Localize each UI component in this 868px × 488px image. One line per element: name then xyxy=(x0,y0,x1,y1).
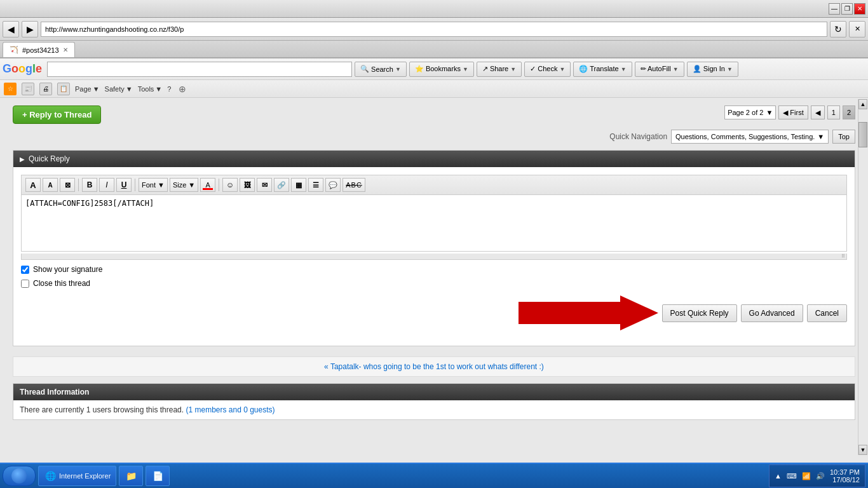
color-button[interactable]: A xyxy=(200,178,215,192)
table-button[interactable]: ▦ xyxy=(291,178,306,192)
scroll-up-button[interactable]: ▲ xyxy=(858,99,867,109)
first-page-button[interactable]: ◀ First xyxy=(778,105,808,119)
quick-nav-row: Quick Navigation Questions, Comments, Su… xyxy=(13,130,855,144)
google-search-input[interactable] xyxy=(47,62,352,77)
close-thread-label[interactable]: Close this thread xyxy=(33,279,90,288)
safety-menu[interactable]: Safety ▼ xyxy=(105,85,133,93)
top-header-row: + Reply to Thread Page 2 of 2 ▼ ◀ First … xyxy=(13,105,855,125)
quote-button[interactable]: 💬 xyxy=(325,178,341,192)
thread-info-text: There are currently 1 users browsing thi… xyxy=(20,405,184,414)
doc-icon: 📄 xyxy=(151,470,164,482)
close-thread-row: Close this thread xyxy=(21,279,847,288)
show-signature-label[interactable]: Show your signature xyxy=(33,265,102,274)
sign-in-button[interactable]: 👤 Sign In ▼ xyxy=(687,62,738,77)
browser-titlebar: — ❐ ✕ xyxy=(0,0,868,18)
nav-link-row: « Tapatalk- whos going to be the 1st to … xyxy=(13,356,855,377)
close-button[interactable]: ✕ xyxy=(854,3,865,15)
google-search-button[interactable]: 🔍 Search ▼ xyxy=(355,62,407,77)
page-2-button[interactable]: 2 xyxy=(843,105,855,119)
stop-button[interactable]: ✕ xyxy=(849,21,865,37)
strikethrough-button[interactable]: ABC xyxy=(342,178,365,192)
address-bar[interactable] xyxy=(41,22,827,37)
action-buttons-row: Post Quick Reply Go Advanced Cancel xyxy=(21,295,847,330)
email-button[interactable]: ✉ xyxy=(257,178,272,192)
top-button[interactable]: Top xyxy=(832,130,855,144)
taskbar-time: 10:37 PM xyxy=(830,468,860,476)
network-icon: 📶 xyxy=(802,472,811,480)
right-scrollbar[interactable]: ▲ ▼ xyxy=(858,99,868,455)
pagination-area: Page 2 of 2 ▼ ◀ First ◀ 1 2 xyxy=(724,105,855,119)
font-size-increase-button[interactable]: A xyxy=(25,178,41,192)
check-button[interactable]: ✓ Check ▼ xyxy=(524,62,571,77)
color-underline xyxy=(203,188,213,190)
taskbar: 🌐 Internet Explorer 📁 📄 ▲ ⌨ 📶 🔊 10:37 PM… xyxy=(0,463,868,488)
font-size-decrease-button[interactable]: A xyxy=(43,178,58,192)
image-button[interactable]: 🖼 xyxy=(240,178,255,192)
page-dropdown-label: Page 2 of 2 xyxy=(728,109,763,116)
thread-info-detail: (1 members and 0 guests) xyxy=(186,405,275,414)
tapatalk-link[interactable]: « Tapatalk- whos going to be the 1st to … xyxy=(324,362,544,371)
keyboard-icon: ⌨ xyxy=(787,472,797,480)
bold-button[interactable]: B xyxy=(82,178,97,192)
go-advanced-button[interactable]: Go Advanced xyxy=(741,304,803,322)
post-quick-reply-button[interactable]: Post Quick Reply xyxy=(662,304,737,322)
start-button[interactable] xyxy=(3,466,36,486)
page-dropdown[interactable]: Page 2 of 2 ▼ xyxy=(724,105,776,119)
quick-nav-dropdown[interactable]: Questions, Comments, Suggestions, Testin… xyxy=(671,130,829,144)
show-signature-checkbox[interactable] xyxy=(21,266,29,274)
scrollbar-track[interactable] xyxy=(858,109,868,445)
editor-toolbar: A A ⊠ B I U Font ▼ Size ▼ A xyxy=(21,175,847,194)
page-menu[interactable]: Page ▼ xyxy=(75,85,100,93)
scroll-down-button[interactable]: ▼ xyxy=(858,445,867,455)
ie-icon: 🌐 xyxy=(44,470,57,482)
page-1-button[interactable]: 1 xyxy=(827,105,840,119)
cancel-button[interactable]: Cancel xyxy=(807,304,847,322)
ie-toolbar-icon5: ⊕ xyxy=(176,83,189,95)
page-content: + Reply to Thread Page 2 of 2 ▼ ◀ First … xyxy=(0,98,868,463)
format-clear-button[interactable]: ⊠ xyxy=(60,178,75,192)
italic-button[interactable]: I xyxy=(99,178,114,192)
titlebar-buttons: — ❐ ✕ xyxy=(829,3,865,15)
forward-button[interactable]: ▶ xyxy=(22,21,38,37)
font-dropdown-arrow: ▼ xyxy=(158,181,165,189)
taskbar-item-ie[interactable]: 🌐 Internet Explorer xyxy=(38,466,116,486)
back-button[interactable]: ◀ xyxy=(3,21,19,37)
scrollbar-thumb[interactable] xyxy=(858,122,867,147)
bookmarks-button[interactable]: ⭐ Bookmarks ▼ xyxy=(409,62,474,77)
taskbar-show-hidden-icon[interactable]: ▲ xyxy=(775,472,782,480)
tools-menu[interactable]: Tools ▼ xyxy=(138,85,163,93)
underline-button[interactable]: U xyxy=(116,178,132,192)
search-dropdown-arrow: ▼ xyxy=(395,66,401,72)
svg-marker-0 xyxy=(519,295,658,330)
autofill-button[interactable]: ✏ AutoFill ▼ xyxy=(635,62,684,77)
close-thread-checkbox[interactable] xyxy=(21,280,29,288)
volume-icon: 🔊 xyxy=(816,472,825,480)
reply-to-thread-button[interactable]: + Reply to Thread xyxy=(13,105,101,124)
restore-button[interactable]: ❐ xyxy=(841,3,853,15)
size-dropdown-arrow: ▼ xyxy=(188,181,195,189)
link-button[interactable]: 🔗 xyxy=(274,178,289,192)
browser-navbar: ◀ ▶ ↻ ✕ xyxy=(0,18,868,41)
refresh-button[interactable]: ↻ xyxy=(830,21,846,37)
editor-resize-handle[interactable]: ⠿ xyxy=(21,254,847,260)
list-button[interactable]: ☰ xyxy=(308,178,323,192)
quick-nav-arrow: ▼ xyxy=(817,133,824,140)
ie-toolbar-icon4: 📋 xyxy=(57,83,70,95)
tab-close-button[interactable]: ✕ xyxy=(63,46,68,53)
emoji-button[interactable]: ☺ xyxy=(222,178,238,192)
toolbar-sep-2 xyxy=(135,179,135,191)
toolbar-sep-1 xyxy=(78,179,79,191)
size-select[interactable]: Size ▼ xyxy=(170,178,198,192)
taskbar-item-explorer[interactable]: 📁 xyxy=(119,466,143,486)
quick-reply-panel: ▶ Quick Reply A A ⊠ B I U Font ▼ Size xyxy=(13,150,855,346)
translate-button[interactable]: 🌐 Translate ▼ xyxy=(573,62,632,77)
prev-page-button[interactable]: ◀ xyxy=(811,105,825,119)
tab-post34213[interactable]: 🏹 #post34213 ✕ xyxy=(3,42,75,57)
editor-textarea[interactable]: [ATTACH=CONFIG]2583[/ATTACH] xyxy=(21,194,847,252)
quick-reply-header-arrow: ▶ xyxy=(20,156,25,163)
share-button[interactable]: ↗ Share ▼ xyxy=(477,62,522,77)
help-button[interactable]: ? xyxy=(167,85,171,93)
minimize-button[interactable]: — xyxy=(829,3,840,15)
font-select[interactable]: Font ▼ xyxy=(139,178,168,192)
taskbar-item-doc[interactable]: 📄 xyxy=(146,466,170,486)
